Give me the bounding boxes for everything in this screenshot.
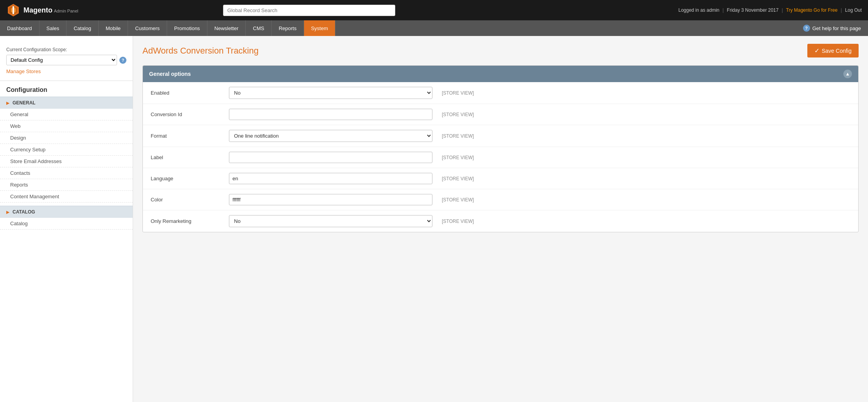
- sidebar-item-general[interactable]: General: [0, 109, 133, 120]
- label-language: Language: [151, 176, 229, 181]
- main-layout: Current Configuration Scope: Default Con…: [0, 36, 868, 402]
- sidebar-item-currency-setup[interactable]: Currency Setup: [0, 144, 133, 156]
- sidebar-item-catalog[interactable]: Catalog: [0, 218, 133, 230]
- general-options-panel: General options ▲ Enabled No Yes [STORE …: [142, 65, 859, 232]
- select-enabled[interactable]: No Yes: [229, 87, 432, 99]
- panel-toggle-button[interactable]: ▲: [843, 70, 852, 78]
- logout-link[interactable]: Log Out: [845, 7, 862, 13]
- help-button[interactable]: ? Get help for this page: [796, 20, 868, 36]
- sidebar-item-content-mgmt[interactable]: Content Management: [0, 191, 133, 203]
- try-magento-link[interactable]: Try Magento Go for Free: [786, 7, 838, 13]
- config-title: Configuration: [0, 81, 133, 97]
- scope-enabled: [STORE VIEW]: [442, 90, 474, 96]
- page-title: AdWords Conversion Tracking: [142, 46, 259, 56]
- date-label: Friday 3 November 2017: [727, 7, 778, 13]
- sidebar-section-general[interactable]: ▶ GENERAL: [0, 97, 133, 109]
- sidebar-section-catalog-label: CATALOG: [13, 209, 35, 215]
- manage-stores-link[interactable]: Manage Stores: [6, 68, 126, 74]
- panel-title: General options: [149, 71, 191, 77]
- select-format[interactable]: One line notification Two line notificat…: [229, 130, 432, 142]
- nav-item-dashboard[interactable]: Dashboard: [0, 20, 40, 36]
- logged-in-label: Logged in as admin: [678, 7, 719, 13]
- sep2: |: [782, 7, 783, 13]
- nav-bar: Dashboard Sales Catalog Mobile Customers…: [0, 20, 868, 36]
- save-icon: ✓: [814, 47, 819, 54]
- input-color[interactable]: [229, 194, 432, 205]
- catalog-arrow-icon: ▶: [6, 210, 9, 214]
- scope-format: [STORE VIEW]: [442, 133, 474, 139]
- sidebar-item-reports[interactable]: Reports: [0, 179, 133, 191]
- search-bar[interactable]: [223, 5, 395, 16]
- label-conversion-id: Conversion Id: [151, 111, 229, 117]
- label-format: Format: [151, 133, 229, 139]
- nav-item-promotions[interactable]: Promotions: [167, 20, 207, 36]
- nav-item-mobile[interactable]: Mobile: [99, 20, 128, 36]
- scope-color: [STORE VIEW]: [442, 197, 474, 203]
- form-row-format: Format One line notification Two line no…: [143, 125, 858, 147]
- search-input[interactable]: [223, 5, 395, 16]
- sidebar-item-contacts[interactable]: Contacts: [0, 167, 133, 179]
- nav-item-sales[interactable]: Sales: [40, 20, 67, 36]
- header-right: Logged in as admin | Friday 3 November 2…: [678, 7, 862, 13]
- scope-conversion-id: [STORE VIEW]: [442, 112, 474, 117]
- form-row-only-remarketing: Only Remarketing No Yes [STORE VIEW]: [143, 210, 858, 232]
- logo-subtitle: Admin Panel: [54, 9, 78, 13]
- input-language[interactable]: [229, 173, 432, 184]
- sep3: |: [841, 7, 842, 13]
- input-label[interactable]: [229, 152, 432, 163]
- label-enabled: Enabled: [151, 90, 229, 96]
- save-btn-label: Save Config: [822, 48, 852, 54]
- nav-item-customers[interactable]: Customers: [128, 20, 167, 36]
- scope-label: Current Configuration Scope:: [6, 47, 126, 52]
- select-only-remarketing[interactable]: No Yes: [229, 215, 432, 227]
- form-row-label: Label [STORE VIEW]: [143, 147, 858, 168]
- content-area: AdWords Conversion Tracking ✓ Save Confi…: [133, 36, 868, 402]
- control-conversion-id[interactable]: [229, 109, 432, 120]
- control-label[interactable]: [229, 152, 432, 163]
- logo-area: Magento Admin Panel: [6, 3, 78, 17]
- scope-select[interactable]: Default Config: [6, 55, 117, 65]
- sep1: |: [722, 7, 724, 13]
- nav-item-cms[interactable]: CMS: [246, 20, 272, 36]
- magento-logo-icon: [6, 3, 20, 17]
- label-color: Color: [151, 197, 229, 203]
- scope-row: Default Config ?: [6, 55, 126, 65]
- scope-language: [STORE VIEW]: [442, 176, 474, 181]
- control-language[interactable]: [229, 173, 432, 184]
- panel-header: General options ▲: [143, 66, 858, 82]
- sidebar-item-design[interactable]: Design: [0, 132, 133, 144]
- content-header: AdWords Conversion Tracking ✓ Save Confi…: [142, 44, 859, 57]
- form-row-language: Language [STORE VIEW]: [143, 168, 858, 189]
- control-color[interactable]: [229, 194, 432, 205]
- label-label: Label: [151, 154, 229, 160]
- nav-item-reports[interactable]: Reports: [272, 20, 304, 36]
- scope-label-field: [STORE VIEW]: [442, 155, 474, 160]
- logo-text-area: Magento Admin Panel: [23, 6, 78, 14]
- svg-rect-3: [13, 6, 14, 14]
- control-format[interactable]: One line notification Two line notificat…: [229, 130, 432, 142]
- control-enabled[interactable]: No Yes: [229, 87, 432, 99]
- help-icon: ?: [803, 25, 810, 32]
- logo-brand: Magento: [23, 6, 52, 14]
- form-row-conversion-id: Conversion Id [STORE VIEW]: [143, 104, 858, 125]
- save-config-button[interactable]: ✓ Save Config: [807, 44, 859, 57]
- scope-only-remarketing: [STORE VIEW]: [442, 219, 474, 224]
- scope-help-icon[interactable]: ?: [119, 57, 126, 64]
- help-label: Get help for this page: [812, 25, 861, 31]
- nav-item-system[interactable]: System: [304, 20, 335, 36]
- nav-item-newsletter[interactable]: Newsletter: [207, 20, 246, 36]
- form-row-color: Color [STORE VIEW]: [143, 189, 858, 210]
- sidebar: Current Configuration Scope: Default Con…: [0, 36, 133, 402]
- sidebar-section-catalog[interactable]: ▶ CATALOG: [0, 206, 133, 218]
- control-only-remarketing[interactable]: No Yes: [229, 215, 432, 227]
- scope-section: Current Configuration Scope: Default Con…: [0, 42, 133, 81]
- general-arrow-icon: ▶: [6, 101, 9, 105]
- input-conversion-id[interactable]: [229, 109, 432, 120]
- sidebar-section-general-label: GENERAL: [13, 100, 36, 106]
- nav-item-catalog[interactable]: Catalog: [67, 20, 99, 36]
- sidebar-item-web[interactable]: Web: [0, 120, 133, 132]
- form-row-enabled: Enabled No Yes [STORE VIEW]: [143, 82, 858, 104]
- label-only-remarketing: Only Remarketing: [151, 218, 229, 224]
- header: Magento Admin Panel Logged in as admin |…: [0, 0, 868, 20]
- sidebar-item-store-email[interactable]: Store Email Addresses: [0, 156, 133, 167]
